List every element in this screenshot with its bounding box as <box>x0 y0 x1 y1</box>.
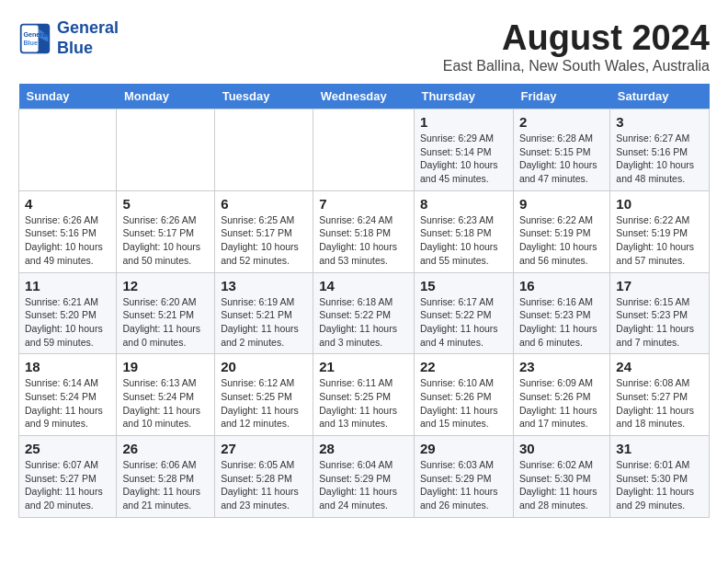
calendar-table: SundayMondayTuesdayWednesdayThursdayFrid… <box>18 84 710 518</box>
weekday-header-friday: Friday <box>513 84 609 109</box>
day-number: 16 <box>519 278 604 293</box>
day-number: 30 <box>519 441 604 456</box>
day-cell: 24Sunrise: 6:08 AMSunset: 5:27 PMDayligh… <box>610 354 710 436</box>
page-title: August 2024 <box>443 18 710 58</box>
day-number: 14 <box>319 278 408 293</box>
day-cell: 15Sunrise: 6:17 AMSunset: 5:22 PMDayligh… <box>414 272 513 354</box>
day-detail: Sunrise: 6:27 AMSunset: 5:16 PMDaylight:… <box>616 132 703 186</box>
day-cell: 11Sunrise: 6:21 AMSunset: 5:20 PMDayligh… <box>19 272 117 354</box>
weekday-header-row: SundayMondayTuesdayWednesdayThursdayFrid… <box>19 84 710 109</box>
day-number: 2 <box>519 114 604 130</box>
day-detail: Sunrise: 6:12 AMSunset: 5:25 PMDaylight:… <box>221 376 307 431</box>
day-detail: Sunrise: 6:25 AMSunset: 5:17 PMDaylight:… <box>221 213 307 268</box>
day-cell: 19Sunrise: 6:13 AMSunset: 5:24 PMDayligh… <box>117 354 215 436</box>
day-number: 22 <box>420 359 507 374</box>
day-cell: 12Sunrise: 6:20 AMSunset: 5:21 PMDayligh… <box>117 272 215 354</box>
day-cell <box>19 109 117 191</box>
day-detail: Sunrise: 6:21 AMSunset: 5:20 PMDaylight:… <box>25 295 110 350</box>
day-detail: Sunrise: 6:26 AMSunset: 5:17 PMDaylight:… <box>122 213 209 268</box>
day-number: 11 <box>25 278 110 293</box>
day-cell <box>313 109 415 191</box>
day-number: 1 <box>420 114 507 130</box>
logo-text: General Blue <box>57 18 119 58</box>
day-number: 25 <box>25 441 110 456</box>
logo-blue: Blue <box>57 39 93 57</box>
day-detail: Sunrise: 6:03 AMSunset: 5:29 PMDaylight:… <box>420 458 507 512</box>
logo: General Blue General Blue <box>18 18 119 58</box>
day-cell: 7Sunrise: 6:24 AMSunset: 5:18 PMDaylight… <box>313 190 415 272</box>
weekday-header-thursday: Thursday <box>414 84 513 109</box>
day-number: 15 <box>420 278 507 293</box>
day-cell: 26Sunrise: 6:06 AMSunset: 5:28 PMDayligh… <box>117 436 215 518</box>
day-detail: Sunrise: 6:05 AMSunset: 5:28 PMDaylight:… <box>221 458 307 512</box>
day-cell: 2Sunrise: 6:28 AMSunset: 5:15 PMDaylight… <box>513 109 609 191</box>
week-row-5: 25Sunrise: 6:07 AMSunset: 5:27 PMDayligh… <box>19 436 710 518</box>
day-detail: Sunrise: 6:29 AMSunset: 5:14 PMDaylight:… <box>420 132 507 186</box>
day-detail: Sunrise: 6:04 AMSunset: 5:29 PMDaylight:… <box>319 458 408 512</box>
day-number: 17 <box>616 278 703 293</box>
day-number: 6 <box>221 196 307 212</box>
weekday-header-tuesday: Tuesday <box>215 84 313 109</box>
day-cell: 22Sunrise: 6:10 AMSunset: 5:26 PMDayligh… <box>414 354 513 436</box>
day-detail: Sunrise: 6:16 AMSunset: 5:23 PMDaylight:… <box>519 295 604 350</box>
weekday-header-monday: Monday <box>117 84 215 109</box>
day-cell: 3Sunrise: 6:27 AMSunset: 5:16 PMDaylight… <box>610 109 710 191</box>
day-cell: 1Sunrise: 6:29 AMSunset: 5:14 PMDaylight… <box>414 109 513 191</box>
day-number: 13 <box>221 278 307 293</box>
day-cell: 20Sunrise: 6:12 AMSunset: 5:25 PMDayligh… <box>215 354 313 436</box>
day-detail: Sunrise: 6:09 AMSunset: 5:26 PMDaylight:… <box>519 376 604 431</box>
day-detail: Sunrise: 6:23 AMSunset: 5:18 PMDaylight:… <box>420 213 507 268</box>
week-row-2: 4Sunrise: 6:26 AMSunset: 5:16 PMDaylight… <box>19 190 710 272</box>
title-block: August 2024 East Ballina, New South Wale… <box>443 18 710 75</box>
day-number: 28 <box>319 441 408 456</box>
weekday-header-wednesday: Wednesday <box>313 84 415 109</box>
day-number: 23 <box>519 359 604 374</box>
day-cell: 31Sunrise: 6:01 AMSunset: 5:30 PMDayligh… <box>610 436 710 518</box>
day-detail: Sunrise: 6:22 AMSunset: 5:19 PMDaylight:… <box>616 213 703 268</box>
day-detail: Sunrise: 6:06 AMSunset: 5:28 PMDaylight:… <box>122 458 209 512</box>
day-number: 12 <box>122 278 209 293</box>
day-number: 10 <box>616 196 703 212</box>
day-cell: 28Sunrise: 6:04 AMSunset: 5:29 PMDayligh… <box>313 436 415 518</box>
day-number: 19 <box>122 359 209 374</box>
day-detail: Sunrise: 6:18 AMSunset: 5:22 PMDaylight:… <box>319 295 408 350</box>
day-detail: Sunrise: 6:15 AMSunset: 5:23 PMDaylight:… <box>616 295 703 350</box>
day-detail: Sunrise: 6:17 AMSunset: 5:22 PMDaylight:… <box>420 295 507 350</box>
day-cell: 30Sunrise: 6:02 AMSunset: 5:30 PMDayligh… <box>513 436 609 518</box>
day-cell: 29Sunrise: 6:03 AMSunset: 5:29 PMDayligh… <box>414 436 513 518</box>
page-subtitle: East Ballina, New South Wales, Australia <box>443 58 710 75</box>
day-detail: Sunrise: 6:20 AMSunset: 5:21 PMDaylight:… <box>122 295 209 350</box>
day-cell: 10Sunrise: 6:22 AMSunset: 5:19 PMDayligh… <box>610 190 710 272</box>
day-number: 7 <box>319 196 408 212</box>
page-header: General Blue General Blue August 2024 Ea… <box>18 18 710 75</box>
day-number: 31 <box>616 441 703 456</box>
day-detail: Sunrise: 6:07 AMSunset: 5:27 PMDaylight:… <box>25 458 110 512</box>
day-detail: Sunrise: 6:19 AMSunset: 5:21 PMDaylight:… <box>221 295 307 350</box>
day-detail: Sunrise: 6:10 AMSunset: 5:26 PMDaylight:… <box>420 376 507 431</box>
day-number: 5 <box>122 196 209 212</box>
logo-icon: General Blue <box>18 22 51 55</box>
day-number: 4 <box>25 196 110 212</box>
day-number: 29 <box>420 441 507 456</box>
day-detail: Sunrise: 6:08 AMSunset: 5:27 PMDaylight:… <box>616 376 703 431</box>
week-row-3: 11Sunrise: 6:21 AMSunset: 5:20 PMDayligh… <box>19 272 710 354</box>
day-cell: 4Sunrise: 6:26 AMSunset: 5:16 PMDaylight… <box>19 190 117 272</box>
day-number: 26 <box>122 441 209 456</box>
day-cell <box>117 109 215 191</box>
week-row-1: 1Sunrise: 6:29 AMSunset: 5:14 PMDaylight… <box>19 109 710 191</box>
day-detail: Sunrise: 6:28 AMSunset: 5:15 PMDaylight:… <box>519 132 604 186</box>
day-cell: 18Sunrise: 6:14 AMSunset: 5:24 PMDayligh… <box>19 354 117 436</box>
day-cell: 9Sunrise: 6:22 AMSunset: 5:19 PMDaylight… <box>513 190 609 272</box>
day-cell: 14Sunrise: 6:18 AMSunset: 5:22 PMDayligh… <box>313 272 415 354</box>
day-detail: Sunrise: 6:11 AMSunset: 5:25 PMDaylight:… <box>319 376 408 431</box>
day-cell: 21Sunrise: 6:11 AMSunset: 5:25 PMDayligh… <box>313 354 415 436</box>
day-number: 24 <box>616 359 703 374</box>
day-detail: Sunrise: 6:14 AMSunset: 5:24 PMDaylight:… <box>25 376 110 431</box>
day-cell <box>215 109 313 191</box>
day-number: 3 <box>616 114 703 130</box>
logo-general: General <box>57 18 119 37</box>
day-cell: 17Sunrise: 6:15 AMSunset: 5:23 PMDayligh… <box>610 272 710 354</box>
weekday-header-sunday: Sunday <box>19 84 117 109</box>
day-cell: 25Sunrise: 6:07 AMSunset: 5:27 PMDayligh… <box>19 436 117 518</box>
day-cell: 5Sunrise: 6:26 AMSunset: 5:17 PMDaylight… <box>117 190 215 272</box>
